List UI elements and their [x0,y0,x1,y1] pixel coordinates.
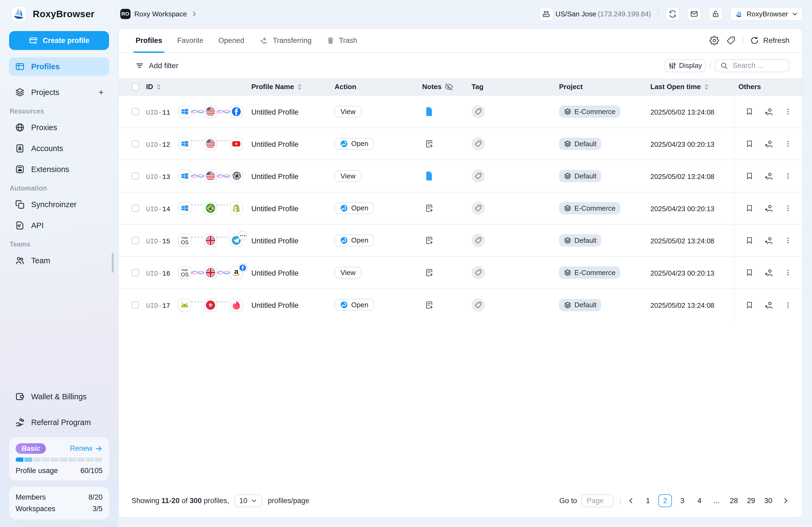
svg-text:a: a [234,268,239,275]
